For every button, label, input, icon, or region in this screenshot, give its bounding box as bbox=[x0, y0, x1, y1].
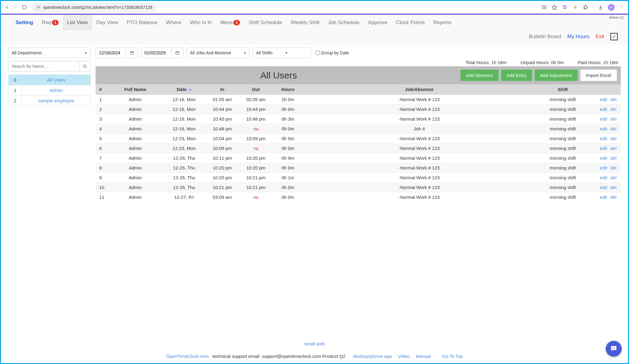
add-adjustment-button[interactable]: Add Adjustment bbox=[535, 70, 578, 81]
link-bulletin-board[interactable]: Bulletin Board bbox=[529, 34, 561, 40]
tab-where[interactable]: Where bbox=[162, 15, 186, 31]
del-link[interactable]: del bbox=[610, 146, 616, 151]
col-out[interactable]: Out bbox=[239, 84, 273, 95]
download-icon[interactable] bbox=[598, 4, 604, 10]
del-link[interactable]: del bbox=[610, 107, 616, 112]
department-select[interactable]: All Departments ▼ bbox=[8, 48, 91, 58]
search-input[interactable] bbox=[8, 61, 79, 71]
tab-day-view[interactable]: Day View bbox=[92, 15, 123, 31]
user-list-row[interactable]: 0All Users bbox=[9, 75, 90, 85]
install-icon[interactable] bbox=[541, 4, 547, 10]
edit-link[interactable]: edit bbox=[600, 185, 607, 190]
calendar-icon bbox=[175, 51, 180, 55]
cell-shift: morning shift bbox=[535, 114, 590, 124]
page-title: All Users bbox=[99, 70, 458, 81]
col-in[interactable]: In bbox=[205, 84, 239, 95]
user-name-link[interactable]: Admin bbox=[22, 85, 90, 95]
address-bar[interactable]: ⇄ opentimeclock.com/q2/mListview.html?v=… bbox=[31, 3, 157, 12]
cell-num: 5 bbox=[96, 134, 108, 144]
shift-select[interactable]: All Shifts ▼ bbox=[253, 48, 311, 58]
cell-actions: edit del bbox=[590, 124, 621, 134]
tab-approve[interactable]: Approve bbox=[364, 15, 391, 31]
del-link[interactable]: del bbox=[610, 185, 616, 190]
link-brand[interactable]: OpenTimeClock.com bbox=[166, 354, 209, 359]
col-shift[interactable]: Shift bbox=[535, 84, 590, 95]
back-icon[interactable] bbox=[4, 4, 10, 10]
col-job[interactable]: Job/Absence bbox=[303, 84, 535, 95]
import-excel-button[interactable]: Import Excel bbox=[580, 69, 617, 81]
caret-down-icon: ▼ bbox=[243, 51, 246, 55]
edit-link[interactable]: edit bbox=[600, 136, 607, 141]
link-small-web[interactable]: small web bbox=[304, 341, 325, 346]
tab-shift-schedule[interactable]: Shift Schedule bbox=[244, 15, 286, 31]
user-name-link[interactable]: All Users bbox=[22, 75, 90, 85]
tab-mess[interactable]: Mess1 bbox=[216, 15, 245, 31]
extensions-icon[interactable] bbox=[583, 4, 589, 10]
add-absence-button[interactable]: Add Absence bbox=[460, 70, 498, 81]
cell-num: 4 bbox=[96, 124, 108, 134]
edit-link[interactable]: edit bbox=[600, 195, 607, 200]
tab-reports[interactable]: Reports bbox=[429, 15, 456, 31]
link-exit[interactable]: Exit bbox=[596, 34, 604, 40]
edit-link[interactable]: edit bbox=[600, 116, 607, 122]
col-hours[interactable]: Hours bbox=[273, 84, 303, 95]
paid-hours: Paid Hours: 1h 18m bbox=[578, 60, 618, 65]
col-date[interactable]: Date↓≡ bbox=[163, 84, 205, 95]
tab-job-schedule[interactable]: Job Schedule bbox=[324, 15, 364, 31]
tab-req[interactable]: Req1 bbox=[38, 15, 63, 31]
group-by-date-checkbox[interactable]: Group by Date bbox=[316, 50, 349, 55]
date-from-calendar-button[interactable] bbox=[126, 48, 138, 58]
add-entry-button[interactable]: Add Entry bbox=[501, 70, 532, 81]
site-settings-icon[interactable]: ⇄ bbox=[36, 5, 41, 10]
edit-link[interactable]: edit bbox=[600, 107, 607, 112]
search-button[interactable] bbox=[79, 61, 91, 71]
link-video[interactable]: Video bbox=[398, 354, 410, 359]
link-desktop-app[interactable]: desktop/phone app bbox=[353, 354, 392, 359]
tab-setting[interactable]: Setting bbox=[11, 15, 38, 31]
edit-link[interactable]: edit bbox=[600, 175, 607, 180]
del-link[interactable]: del bbox=[610, 155, 616, 161]
profile-avatar[interactable]: A bbox=[608, 4, 615, 11]
group-by-date-input[interactable] bbox=[316, 51, 320, 55]
del-link[interactable]: del bbox=[610, 97, 616, 102]
link-manual[interactable]: Manual bbox=[416, 354, 431, 359]
edit-link[interactable]: edit bbox=[600, 97, 607, 102]
col-num[interactable]: # bbox=[96, 84, 108, 95]
link-go-to-top[interactable]: Go To Top bbox=[442, 354, 463, 359]
date-to-input[interactable] bbox=[141, 48, 172, 58]
table-row: 8 Admin 12-26, Thu 10:20 pm 10:20 pm 0h … bbox=[96, 163, 621, 173]
cell-job: -Normal Work # 123 bbox=[303, 144, 535, 153]
tab-who-is-in[interactable]: Who Is In bbox=[186, 15, 216, 31]
edit-link[interactable]: edit bbox=[600, 165, 607, 170]
fullscreen-icon[interactable]: ⤢ bbox=[610, 33, 618, 40]
user-list-row[interactable]: 1Admin bbox=[9, 85, 90, 96]
bookmark-star-icon[interactable] bbox=[551, 4, 558, 10]
cell-name: Admin bbox=[108, 192, 163, 202]
link-my-hours[interactable]: My Hours bbox=[567, 34, 590, 40]
user-list-row[interactable]: 2sample employee bbox=[9, 96, 90, 106]
del-link[interactable]: del bbox=[610, 116, 616, 122]
extension-d-icon[interactable]: D bbox=[562, 4, 568, 10]
chat-widget-button[interactable] bbox=[606, 341, 622, 357]
del-link[interactable]: del bbox=[610, 165, 616, 170]
tab-list-view[interactable]: List View bbox=[63, 15, 92, 31]
date-from-input[interactable] bbox=[96, 48, 126, 58]
del-link[interactable]: del bbox=[610, 195, 616, 200]
forward-icon[interactable] bbox=[13, 4, 19, 10]
reload-icon[interactable] bbox=[21, 4, 27, 10]
user-name-link[interactable]: sample employee bbox=[22, 96, 90, 106]
menu-dots-icon[interactable]: ⋮ bbox=[619, 4, 625, 10]
tab-clock-points[interactable]: Clock Points bbox=[392, 15, 429, 31]
col-name[interactable]: Full Name bbox=[108, 84, 163, 95]
tab-pto-balance[interactable]: PTO Balance bbox=[122, 15, 162, 31]
edit-link[interactable]: edit bbox=[600, 126, 607, 131]
del-link[interactable]: del bbox=[610, 175, 616, 180]
edit-link[interactable]: edit bbox=[600, 155, 607, 161]
del-link[interactable]: del bbox=[610, 126, 616, 131]
del-link[interactable]: del bbox=[610, 136, 616, 141]
edit-link[interactable]: edit bbox=[600, 146, 607, 151]
extension-bug-icon[interactable]: ✲ bbox=[572, 4, 578, 10]
job-select[interactable]: All Jobs And Absence ▼ bbox=[187, 48, 250, 58]
tab-weekly-shift[interactable]: Weekly Shift bbox=[286, 15, 324, 31]
date-to-calendar-button[interactable] bbox=[172, 48, 184, 58]
